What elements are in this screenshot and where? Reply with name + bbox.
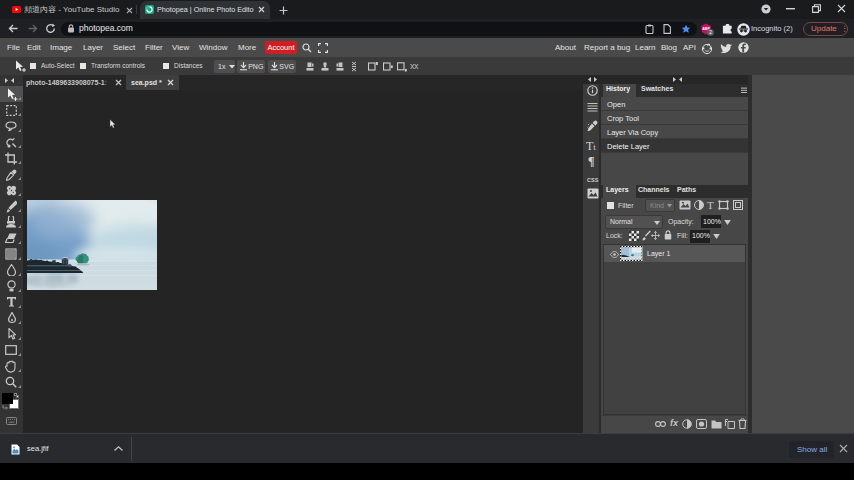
svg-text:2: 2 [709,30,712,35]
